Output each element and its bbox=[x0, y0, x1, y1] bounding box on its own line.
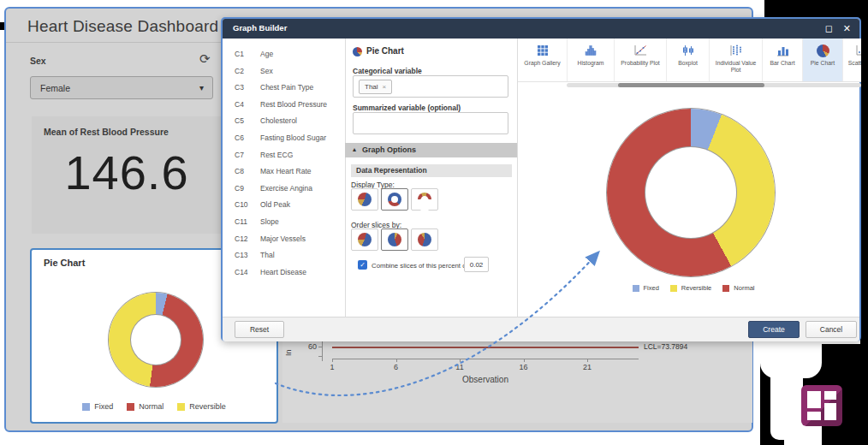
tab-label: Histogram bbox=[576, 60, 606, 67]
pie-option-button[interactable] bbox=[351, 188, 378, 211]
collapse-icon: ▴ bbox=[353, 145, 356, 153]
logo-cell bbox=[807, 391, 821, 408]
tab-label: Individual Value Plot bbox=[710, 60, 762, 74]
legend-item: Reversible bbox=[670, 284, 711, 292]
tab-label: Graph Gallery bbox=[522, 60, 562, 67]
control-chart-y-axis-label: In bbox=[284, 339, 296, 359]
tab-individual-value-plot[interactable]: Individual Value Plot bbox=[710, 39, 763, 81]
histogram-icon bbox=[584, 43, 597, 58]
pie-default-option-button[interactable] bbox=[351, 228, 378, 251]
gallery-scrollbar-track[interactable] bbox=[567, 83, 861, 87]
summarized-variable-input[interactable] bbox=[353, 112, 508, 134]
pie-increasing-option-button[interactable] bbox=[381, 228, 408, 251]
column-name: Chest Pain Type bbox=[260, 83, 313, 92]
reset-button[interactable]: Reset bbox=[235, 321, 284, 338]
dialog-title-bar: Graph Builder ◻ ✕ bbox=[223, 19, 859, 39]
tab-label: Probability Plot bbox=[619, 60, 661, 67]
column-row-c6[interactable]: C6Fasting Blood Sugar bbox=[223, 134, 345, 149]
categorical-variable-label: Categorical variable bbox=[353, 67, 422, 75]
divider bbox=[345, 39, 346, 317]
column-row-c8[interactable]: C8Max Heart Rate bbox=[223, 167, 345, 182]
donut-hole bbox=[645, 147, 736, 238]
gauge-option-button[interactable] bbox=[411, 188, 438, 211]
refresh-icon[interactable]: ⟳ bbox=[199, 51, 211, 67]
column-row-c2[interactable]: C2Sex bbox=[223, 67, 345, 82]
tab-pie-chart[interactable]: Pie Chart bbox=[803, 39, 843, 81]
graph-options-label: Graph Options bbox=[362, 145, 416, 154]
combine-percent-input[interactable] bbox=[464, 257, 489, 272]
column-row-c1[interactable]: C1Age bbox=[223, 50, 345, 65]
close-icon[interactable]: ✕ bbox=[843, 22, 851, 34]
column-id: C5 bbox=[235, 116, 244, 125]
variable-chip[interactable]: Thal × bbox=[359, 80, 392, 94]
preview-donut-chart bbox=[607, 109, 775, 276]
sex-filter-value: Female bbox=[40, 83, 70, 93]
minitab-logo bbox=[801, 385, 842, 426]
legend-item: Fixed bbox=[82, 402, 113, 411]
pie-chart-icon bbox=[817, 43, 829, 58]
dashboard-donut-chart bbox=[109, 293, 203, 387]
column-name: Rest ECG bbox=[260, 151, 293, 159]
column-name: Thal bbox=[260, 251, 275, 259]
tab-label: Scatterplot bbox=[847, 60, 861, 67]
column-name: Fasting Blood Sugar bbox=[260, 134, 326, 142]
gallery-scrollbar-thumb[interactable] bbox=[618, 83, 764, 87]
pie-increasing-icon bbox=[388, 233, 401, 246]
x-tick-label: 6 bbox=[388, 363, 405, 371]
create-button[interactable]: Create bbox=[748, 321, 800, 338]
logo-cell bbox=[824, 391, 836, 400]
maximize-icon[interactable]: ◻ bbox=[825, 22, 833, 34]
x-tick-label: 1 bbox=[324, 363, 341, 371]
column-name: Age bbox=[260, 50, 273, 58]
tab-histogram[interactable]: Histogram bbox=[568, 39, 615, 81]
tab-label: Boxplot bbox=[676, 60, 699, 67]
builder-panel-title: Pie Chart bbox=[366, 46, 404, 56]
cancel-button[interactable]: Cancel bbox=[806, 321, 857, 338]
pie-decreasing-option-button[interactable] bbox=[411, 228, 438, 251]
column-row-c9[interactable]: C9Exercise Angina bbox=[223, 184, 345, 199]
grid-icon bbox=[536, 43, 550, 58]
column-row-c12[interactable]: C12Major Vessels bbox=[223, 234, 345, 250]
x-tick-label: 16 bbox=[515, 363, 532, 371]
column-row-c14[interactable]: C14Heart Disease bbox=[223, 268, 345, 283]
dialog-footer: Reset Create Cancel bbox=[223, 317, 859, 341]
tab-label: Pie Chart bbox=[809, 60, 836, 67]
normal-swatch bbox=[722, 285, 729, 292]
column-row-c13[interactable]: C13Thal bbox=[223, 251, 345, 266]
probability-plot-icon bbox=[633, 43, 647, 58]
column-row-c4[interactable]: C4Rest Blood Pressure bbox=[223, 100, 345, 116]
column-row-c7[interactable]: C7Rest ECG bbox=[223, 151, 345, 166]
column-id: C7 bbox=[235, 151, 244, 159]
sex-filter-dropdown[interactable]: Female ▾ bbox=[30, 76, 213, 99]
column-id: C8 bbox=[235, 167, 244, 175]
column-name: Rest Blood Pressure bbox=[260, 100, 327, 109]
data-representation-label: Data Representation bbox=[356, 166, 427, 175]
remove-chip-icon[interactable]: × bbox=[383, 83, 387, 91]
x-tick-mark bbox=[524, 359, 525, 362]
bar-chart-icon bbox=[776, 43, 789, 58]
preview-donut-legend: FixedReversibleNormal bbox=[582, 284, 805, 292]
column-name: Old Peak bbox=[260, 200, 290, 209]
column-row-c3[interactable]: C3Chest Pain Type bbox=[223, 83, 345, 98]
fixed-swatch bbox=[633, 285, 639, 292]
column-row-c5[interactable]: C5Cholesterol bbox=[223, 116, 345, 132]
column-row-c10[interactable]: C10Old Peak bbox=[223, 200, 345, 216]
donut-option-button[interactable] bbox=[381, 188, 408, 211]
column-name: Max Heart Rate bbox=[260, 167, 312, 175]
categorical-variable-input[interactable]: Thal × bbox=[353, 75, 508, 98]
reversible-swatch bbox=[670, 285, 677, 292]
legend-item: Reversible bbox=[177, 402, 226, 411]
tab-scatterplot[interactable]: Scatterplot bbox=[843, 39, 861, 81]
column-id: C10 bbox=[235, 200, 248, 209]
combine-slices-checkbox[interactable]: ✓ bbox=[358, 260, 367, 270]
legend-item: Normal bbox=[127, 402, 163, 411]
legend-label: Reversible bbox=[681, 284, 711, 292]
column-row-c11[interactable]: C11Slope bbox=[223, 217, 345, 233]
graph-options-section-header[interactable]: ▴ Graph Options bbox=[345, 143, 517, 157]
tab-boxplot[interactable]: Boxplot bbox=[667, 39, 710, 81]
column-name: Exercise Angina bbox=[260, 184, 312, 193]
tab-graph-gallery[interactable]: Graph Gallery bbox=[518, 39, 568, 81]
column-name: Cholesterol bbox=[260, 116, 297, 125]
tab-bar-chart[interactable]: Bar Chart bbox=[763, 39, 803, 81]
tab-probability-plot[interactable]: Probability Plot bbox=[615, 39, 667, 81]
